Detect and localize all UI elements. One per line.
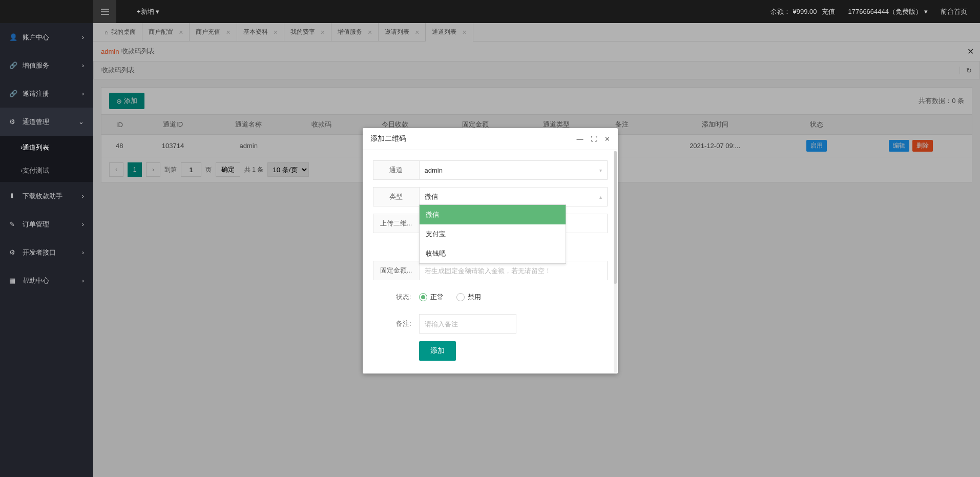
- svg-rect-2: [101, 14, 109, 15]
- caret-down-icon: ▾: [924, 8, 928, 15]
- add-new-dropdown[interactable]: +新增 ▾: [137, 7, 159, 16]
- front-page-link[interactable]: 前台首页: [941, 7, 967, 16]
- hamburger-icon: [101, 9, 109, 15]
- user-dropdown[interactable]: 17766664444（免费版） ▾: [848, 7, 928, 16]
- svg-rect-0: [101, 9, 109, 10]
- menu-toggle[interactable]: [93, 0, 116, 23]
- top-header: +新增 ▾ 余额：¥999.00 充值 17766664444（免费版） ▾ 前…: [0, 0, 980, 23]
- svg-rect-1: [101, 11, 109, 12]
- balance-display: 余额：¥999.00 充值: [770, 7, 835, 16]
- recharge-link[interactable]: 充值: [822, 7, 835, 16]
- caret-down-icon: ▾: [156, 8, 159, 15]
